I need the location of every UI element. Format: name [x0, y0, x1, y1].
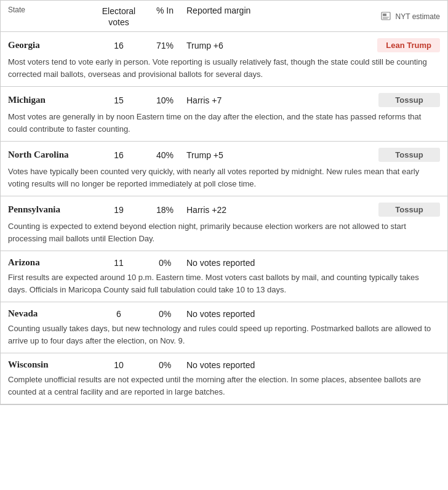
state-row: Georgia 16 71% Trump +6 Lean Trump: [8, 38, 440, 52]
pct-in: 71%: [143, 41, 186, 50]
state-name: Georgia: [8, 40, 94, 50]
nyt-estimate-cell: Tossup: [328, 93, 440, 107]
states-container: Georgia 16 71% Trump +6 Lean Trump Most …: [1, 32, 447, 404]
reported-margin: Trump +5: [186, 150, 328, 160]
nyt-estimate-cell: Lean Trump: [328, 38, 440, 52]
state-note: Votes have typically been counted very q…: [8, 166, 440, 190]
reported-margin: Harris +22: [186, 205, 328, 215]
state-row: North Carolina 16 40% Trump +5 Tossup: [8, 148, 440, 162]
reported-margin: Harris +7: [186, 95, 328, 105]
electoral-votes: 19: [94, 205, 143, 215]
state-note: Most votes are generally in by noon East…: [8, 111, 440, 135]
electoral-votes: 16: [94, 41, 143, 50]
state-name: Pennsylvania: [8, 204, 94, 215]
state-block: Arizona 11 0% No votes reported First re…: [1, 251, 447, 302]
header-estimate-label: NYT estimate: [396, 12, 440, 21]
electoral-votes: 11: [94, 258, 143, 268]
reported-margin: Trump +6: [186, 41, 328, 50]
state-block: Wisconsin 10 0% No votes reported Comple…: [1, 353, 447, 404]
electoral-votes: 6: [94, 309, 143, 319]
table-header: State Electoral votes % In Reported marg…: [1, 1, 447, 32]
state-note: First results are expected around 10 p.m…: [8, 271, 440, 295]
nyt-estimate-cell: Tossup: [328, 148, 440, 162]
pct-in: 40%: [143, 150, 186, 160]
state-name: Michigan: [8, 95, 94, 105]
svg-rect-1: [383, 14, 386, 16]
electoral-votes: 16: [94, 150, 143, 160]
state-note: Counting is expected to extend beyond el…: [8, 220, 440, 244]
state-block: Nevada 6 0% No votes reported Counting u…: [1, 302, 447, 353]
estimate-badge: Tossup: [378, 203, 440, 217]
pct-in: 0%: [143, 258, 186, 268]
state-row: Michigan 15 10% Harris +7 Tossup: [8, 93, 440, 107]
newspaper-icon: [381, 12, 391, 20]
reported-margin: No votes reported: [186, 360, 328, 370]
reported-margin: No votes reported: [186, 258, 328, 268]
state-name: Wisconsin: [8, 359, 94, 370]
estimate-badge: Tossup: [378, 148, 440, 162]
header-state: State: [8, 6, 94, 28]
state-block: North Carolina 16 40% Trump +5 Tossup Vo…: [1, 142, 447, 196]
state-note: Complete unofficial results are not expe…: [8, 374, 440, 398]
state-row: Arizona 11 0% No votes reported: [8, 257, 440, 268]
state-row: Nevada 6 0% No votes reported: [8, 308, 440, 319]
header-electoral: Electoral votes: [94, 6, 143, 28]
state-note: Most voters tend to vote early in person…: [8, 56, 440, 80]
state-note: Counting usually takes days, but new tec…: [8, 323, 440, 347]
pct-in: 10%: [143, 95, 186, 105]
state-block: Georgia 16 71% Trump +6 Lean Trump Most …: [1, 32, 447, 87]
state-name: Arizona: [8, 257, 94, 268]
nyt-estimate-cell: Tossup: [328, 203, 440, 217]
state-name: Nevada: [8, 308, 94, 319]
pct-in: 0%: [143, 309, 186, 319]
nyt-icon: [381, 12, 391, 22]
pct-in: 18%: [143, 205, 186, 215]
pct-in: 0%: [143, 360, 186, 370]
state-name: North Carolina: [8, 150, 94, 160]
reported-margin: No votes reported: [186, 309, 328, 319]
estimate-badge: Lean Trump: [377, 38, 440, 52]
header-margin: Reported margin: [186, 6, 328, 28]
estimate-badge: Tossup: [378, 93, 440, 107]
state-row: Wisconsin 10 0% No votes reported: [8, 359, 440, 370]
header-estimate: NYT estimate: [328, 6, 440, 28]
electoral-votes: 10: [94, 360, 143, 370]
state-block: Pennsylvania 19 18% Harris +22 Tossup Co…: [1, 196, 447, 251]
electoral-votes: 15: [94, 95, 143, 105]
state-block: Michigan 15 10% Harris +7 Tossup Most vo…: [1, 87, 447, 142]
results-table: State Electoral votes % In Reported marg…: [0, 0, 448, 405]
state-row: Pennsylvania 19 18% Harris +22 Tossup: [8, 203, 440, 217]
header-pct: % In: [143, 6, 186, 28]
